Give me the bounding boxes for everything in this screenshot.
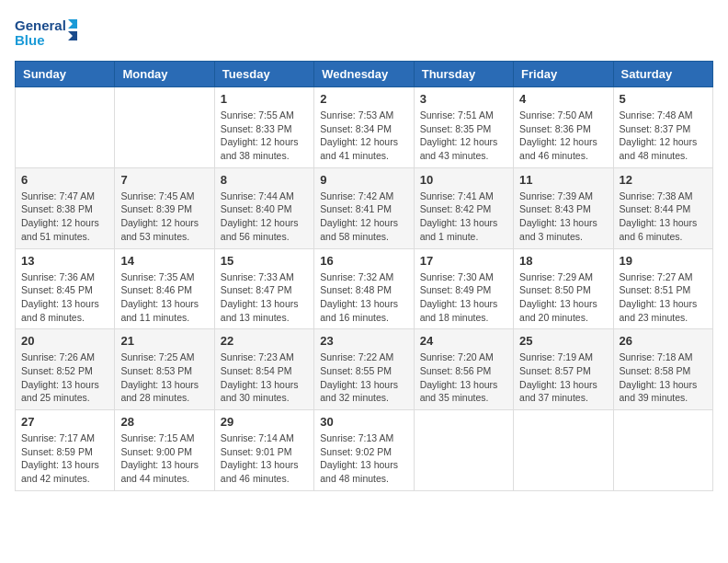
calendar-cell: 20Sunrise: 7:26 AM Sunset: 8:52 PM Dayli…: [16, 329, 115, 410]
week-row-2: 6Sunrise: 7:47 AM Sunset: 8:38 PM Daylig…: [16, 167, 713, 248]
day-number: 8: [221, 173, 308, 187]
day-info: Sunrise: 7:23 AM Sunset: 8:54 PM Dayligh…: [221, 350, 308, 405]
day-info: Sunrise: 7:27 AM Sunset: 8:51 PM Dayligh…: [620, 270, 707, 325]
day-number: 28: [120, 415, 208, 429]
day-info: Sunrise: 7:32 AM Sunset: 8:48 PM Dayligh…: [320, 270, 407, 325]
day-number: 19: [620, 254, 707, 268]
day-info: Sunrise: 7:42 AM Sunset: 8:41 PM Dayligh…: [320, 190, 407, 244]
calendar-cell: 25Sunrise: 7:19 AM Sunset: 8:57 PM Dayli…: [514, 329, 613, 410]
week-row-4: 20Sunrise: 7:26 AM Sunset: 8:52 PM Dayli…: [16, 329, 713, 410]
calendar-cell: 13Sunrise: 7:36 AM Sunset: 8:45 PM Dayli…: [16, 248, 115, 329]
calendar-cell: 5Sunrise: 7:48 AM Sunset: 8:37 PM Daylig…: [613, 87, 712, 168]
day-info: Sunrise: 7:18 AM Sunset: 8:58 PM Dayligh…: [620, 350, 707, 405]
svg-marker-2: [68, 19, 77, 29]
day-number: 4: [519, 92, 607, 106]
calendar-cell: 26Sunrise: 7:18 AM Sunset: 8:58 PM Dayli…: [613, 329, 712, 410]
calendar-cell: 18Sunrise: 7:29 AM Sunset: 8:50 PM Dayli…: [514, 248, 613, 329]
day-number: 1: [221, 92, 308, 106]
page-header: General Blue: [15, 15, 713, 52]
day-info: Sunrise: 7:30 AM Sunset: 8:49 PM Dayligh…: [420, 270, 507, 325]
day-info: Sunrise: 7:53 AM Sunset: 8:34 PM Dayligh…: [320, 109, 407, 163]
calendar-cell: 28Sunrise: 7:15 AM Sunset: 9:00 PM Dayli…: [115, 410, 214, 491]
calendar-cell: 24Sunrise: 7:20 AM Sunset: 8:56 PM Dayli…: [414, 329, 513, 410]
day-info: Sunrise: 7:45 AM Sunset: 8:39 PM Dayligh…: [120, 190, 208, 244]
weekday-header-wednesday: Wednesday: [314, 62, 414, 87]
day-info: Sunrise: 7:35 AM Sunset: 8:46 PM Dayligh…: [120, 270, 208, 325]
calendar-cell: 11Sunrise: 7:39 AM Sunset: 8:43 PM Dayli…: [514, 167, 613, 248]
calendar-cell: 3Sunrise: 7:51 AM Sunset: 8:35 PM Daylig…: [414, 87, 513, 168]
calendar-cell: 10Sunrise: 7:41 AM Sunset: 8:42 PM Dayli…: [414, 167, 513, 248]
day-number: 14: [120, 254, 208, 268]
calendar-cell: 15Sunrise: 7:33 AM Sunset: 8:47 PM Dayli…: [214, 248, 313, 329]
calendar-cell: 29Sunrise: 7:14 AM Sunset: 9:01 PM Dayli…: [214, 410, 313, 491]
day-number: 17: [420, 254, 507, 268]
calendar-cell: 8Sunrise: 7:44 AM Sunset: 8:40 PM Daylig…: [214, 167, 313, 248]
day-number: 24: [420, 334, 507, 348]
calendar-cell: 14Sunrise: 7:35 AM Sunset: 8:46 PM Dayli…: [115, 248, 214, 329]
day-info: Sunrise: 7:20 AM Sunset: 8:56 PM Dayligh…: [420, 350, 507, 405]
day-number: 10: [420, 173, 507, 187]
weekday-header-sunday: Sunday: [16, 62, 115, 87]
day-info: Sunrise: 7:19 AM Sunset: 8:57 PM Dayligh…: [519, 350, 607, 405]
day-info: Sunrise: 7:47 AM Sunset: 8:38 PM Dayligh…: [21, 190, 108, 244]
weekday-header-row: SundayMondayTuesdayWednesdayThursdayFrid…: [16, 62, 713, 87]
day-number: 12: [620, 173, 707, 187]
day-info: Sunrise: 7:29 AM Sunset: 8:50 PM Dayligh…: [519, 270, 607, 325]
week-row-3: 13Sunrise: 7:36 AM Sunset: 8:45 PM Dayli…: [16, 248, 713, 329]
day-info: Sunrise: 7:15 AM Sunset: 9:00 PM Dayligh…: [120, 431, 208, 486]
calendar-cell: 22Sunrise: 7:23 AM Sunset: 8:54 PM Dayli…: [214, 329, 313, 410]
day-number: 21: [120, 334, 208, 348]
svg-text:Blue: Blue: [15, 32, 45, 48]
logo: General Blue: [15, 15, 79, 52]
weekday-header-thursday: Thursday: [414, 62, 513, 87]
calendar-table: SundayMondayTuesdayWednesdayThursdayFrid…: [15, 61, 713, 491]
day-number: 11: [519, 173, 607, 187]
day-number: 22: [221, 334, 308, 348]
calendar-cell: 30Sunrise: 7:13 AM Sunset: 9:02 PM Dayli…: [314, 410, 414, 491]
calendar-cell: 9Sunrise: 7:42 AM Sunset: 8:41 PM Daylig…: [314, 167, 414, 248]
week-row-5: 27Sunrise: 7:17 AM Sunset: 8:59 PM Dayli…: [16, 410, 713, 491]
weekday-header-friday: Friday: [514, 62, 613, 87]
day-info: Sunrise: 7:22 AM Sunset: 8:55 PM Dayligh…: [320, 350, 407, 405]
day-info: Sunrise: 7:38 AM Sunset: 8:44 PM Dayligh…: [620, 190, 707, 244]
day-number: 9: [320, 173, 407, 187]
calendar-cell: [613, 410, 712, 491]
day-info: Sunrise: 7:25 AM Sunset: 8:53 PM Dayligh…: [120, 350, 208, 405]
day-number: 27: [21, 415, 108, 429]
day-number: 20: [21, 334, 108, 348]
day-info: Sunrise: 7:26 AM Sunset: 8:52 PM Dayligh…: [21, 350, 108, 405]
calendar-cell: 12Sunrise: 7:38 AM Sunset: 8:44 PM Dayli…: [613, 167, 712, 248]
calendar-cell: [16, 87, 115, 168]
calendar-cell: 27Sunrise: 7:17 AM Sunset: 8:59 PM Dayli…: [16, 410, 115, 491]
svg-marker-3: [68, 31, 77, 40]
day-info: Sunrise: 7:44 AM Sunset: 8:40 PM Dayligh…: [221, 190, 308, 244]
day-number: 7: [120, 173, 208, 187]
day-info: Sunrise: 7:13 AM Sunset: 9:02 PM Dayligh…: [320, 431, 407, 486]
day-number: 23: [320, 334, 407, 348]
day-number: 26: [620, 334, 707, 348]
day-info: Sunrise: 7:51 AM Sunset: 8:35 PM Dayligh…: [420, 109, 507, 163]
calendar-cell: 1Sunrise: 7:55 AM Sunset: 8:33 PM Daylig…: [214, 87, 313, 168]
weekday-header-monday: Monday: [115, 62, 214, 87]
day-info: Sunrise: 7:41 AM Sunset: 8:42 PM Dayligh…: [420, 190, 507, 244]
calendar-cell: [514, 410, 613, 491]
day-info: Sunrise: 7:14 AM Sunset: 9:01 PM Dayligh…: [221, 431, 308, 486]
calendar-cell: 6Sunrise: 7:47 AM Sunset: 8:38 PM Daylig…: [16, 167, 115, 248]
calendar-cell: 21Sunrise: 7:25 AM Sunset: 8:53 PM Dayli…: [115, 329, 214, 410]
day-number: 18: [519, 254, 607, 268]
calendar-cell: 7Sunrise: 7:45 AM Sunset: 8:39 PM Daylig…: [115, 167, 214, 248]
day-info: Sunrise: 7:50 AM Sunset: 8:36 PM Dayligh…: [519, 109, 607, 163]
calendar-cell: 4Sunrise: 7:50 AM Sunset: 8:36 PM Daylig…: [514, 87, 613, 168]
day-info: Sunrise: 7:33 AM Sunset: 8:47 PM Dayligh…: [221, 270, 308, 325]
day-number: 29: [221, 415, 308, 429]
calendar-cell: [414, 410, 513, 491]
day-info: Sunrise: 7:39 AM Sunset: 8:43 PM Dayligh…: [519, 190, 607, 244]
day-number: 5: [620, 92, 707, 106]
day-number: 25: [519, 334, 607, 348]
day-number: 3: [420, 92, 507, 106]
weekday-header-tuesday: Tuesday: [214, 62, 313, 87]
calendar-cell: 2Sunrise: 7:53 AM Sunset: 8:34 PM Daylig…: [314, 87, 414, 168]
day-number: 13: [21, 254, 108, 268]
day-info: Sunrise: 7:48 AM Sunset: 8:37 PM Dayligh…: [620, 109, 707, 163]
day-info: Sunrise: 7:55 AM Sunset: 8:33 PM Dayligh…: [221, 109, 308, 163]
